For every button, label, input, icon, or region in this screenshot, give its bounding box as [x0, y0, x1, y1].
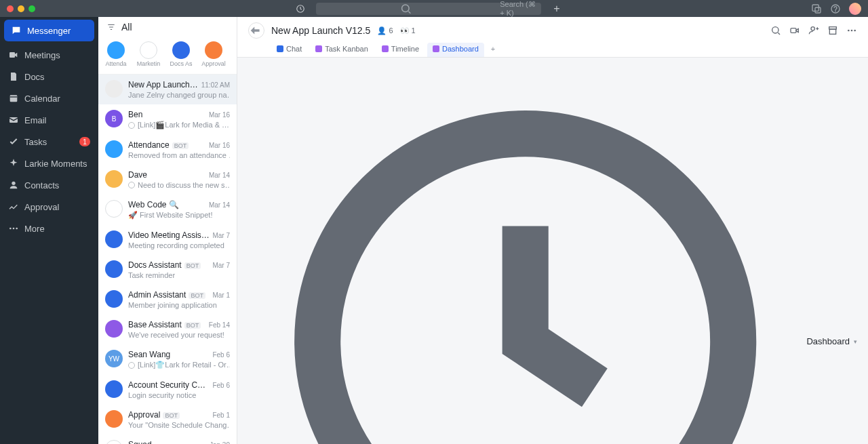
activity-count[interactable]: 👀 1: [400, 26, 416, 35]
content-tabs: ChatTask KanbanTimelineDashboard+: [248, 43, 857, 57]
more-icon[interactable]: [846, 25, 857, 36]
chat-item[interactable]: B BenMar 16 [Link]🎬Lark for Media & …: [98, 104, 237, 135]
pinned-item[interactable]: Approval: [201, 41, 226, 67]
add-icon[interactable]: +: [552, 4, 561, 14]
chat-item[interactable]: Docs AssistantBOTMar 7 Task reminder: [98, 255, 237, 285]
primary-nav: Messenger Meetings Docs Calendar Email T…: [0, 17, 98, 444]
nav-meetings[interactable]: Meetings: [0, 44, 98, 66]
nav-more[interactable]: More: [0, 218, 98, 239]
tab-timeline[interactable]: Timeline: [376, 43, 425, 57]
close-dot[interactable]: [7, 5, 14, 12]
translate-icon[interactable]: [811, 3, 822, 14]
svg-point-19: [851, 30, 853, 32]
more-icon: [8, 223, 19, 234]
chat-item[interactable]: YW Sean WangFeb 6 [Link]👕Lark for Retail…: [98, 344, 237, 375]
chevron-down-icon: ▾: [854, 338, 857, 345]
svg-rect-6: [9, 52, 15, 58]
video-icon[interactable]: [789, 25, 800, 36]
pinned-item[interactable]: Attenda: [104, 41, 128, 67]
tab-task-kanban[interactable]: Task Kanban: [310, 43, 374, 57]
maximize-dot[interactable]: [28, 5, 35, 12]
svg-rect-3: [815, 7, 821, 13]
chat-icon: [11, 25, 22, 36]
archive-icon[interactable]: [827, 25, 838, 36]
avatar[interactable]: [849, 3, 861, 15]
pinned-item[interactable]: Docs As: [169, 41, 193, 67]
chat-item[interactable]: Video Meeting Assis…BOTMar 7 Meeting rec…: [98, 225, 237, 255]
chat-items: New App Launch V12.511:02 AM Jane Zelny …: [98, 75, 237, 444]
chat-filter-header[interactable]: All: [98, 17, 237, 37]
calendar-icon: [8, 93, 19, 104]
mail-icon: [8, 115, 19, 125]
tab-chat[interactable]: Chat: [271, 43, 307, 57]
search-input[interactable]: Search (⌘ + K): [316, 3, 541, 15]
dashboard-selector[interactable]: Dashboard: [806, 336, 850, 346]
chat-item[interactable]: Base AssistantBOTFeb 14 We've received y…: [98, 315, 237, 344]
nav-contacts[interactable]: Contacts: [0, 174, 98, 196]
chat-item[interactable]: Admin AssistantBOTMar 1 Member joining a…: [98, 285, 237, 315]
group-avatar[interactable]: [248, 22, 264, 39]
nav-calendar[interactable]: Calendar: [0, 87, 98, 109]
video-icon: [8, 49, 19, 60]
badge: 1: [79, 137, 90, 146]
nav-messenger[interactable]: Messenger: [4, 20, 94, 41]
svg-point-5: [835, 11, 836, 12]
pinned-chats: AttendaMarketinDocs AsApproval: [98, 37, 237, 75]
nav-email[interactable]: Email: [0, 109, 98, 131]
sparkle-icon: [8, 158, 19, 169]
nav-moments[interactable]: Larkie Moments: [0, 153, 98, 174]
svg-rect-7: [10, 95, 18, 102]
svg-point-12: [16, 228, 18, 230]
svg-point-11: [13, 228, 15, 230]
add-tab[interactable]: +: [487, 43, 499, 57]
chat-item[interactable]: New App Launch V12.511:02 AM Jane Zelny …: [98, 75, 237, 104]
svg-rect-14: [791, 28, 796, 33]
title-bar: Search (⌘ + K) +: [0, 0, 868, 17]
add-person-icon[interactable]: [808, 25, 819, 36]
svg-point-10: [9, 228, 12, 230]
nav-tasks[interactable]: Tasks1: [0, 131, 98, 153]
svg-point-20: [854, 30, 856, 32]
search-icon[interactable]: [770, 25, 781, 36]
chat-item[interactable]: Web Code 🔍Mar 14 🚀 First Website Snippet…: [98, 195, 237, 225]
trend-icon: [8, 201, 19, 212]
minimize-dot[interactable]: [18, 5, 24, 12]
main-content: New App Launch V12.5 👤 6 👀 1 ChatTask Ka…: [237, 17, 868, 444]
help-icon[interactable]: [830, 3, 841, 14]
chat-item[interactable]: DaveMar 14 Need to discuss the new s…: [98, 165, 237, 195]
history-icon[interactable]: [296, 4, 305, 14]
tab-dashboard[interactable]: Dashboard: [427, 43, 484, 57]
window-controls[interactable]: [7, 5, 35, 12]
chat-item[interactable]: SquadJan 30 Sean Wang: [Link]👥Lark for …: [98, 435, 237, 444]
chat-item[interactable]: AttendanceBOTMar 16 Removed from an atte…: [98, 135, 237, 165]
svg-point-1: [402, 5, 410, 12]
docs-icon: [8, 71, 19, 82]
user-icon: [8, 180, 19, 190]
chat-item[interactable]: Account Security Ce…BOTFeb 6 Login secur…: [98, 375, 237, 405]
svg-rect-17: [829, 29, 835, 34]
check-icon: [8, 136, 19, 147]
page-title: New App Launch V12.5: [271, 25, 370, 36]
svg-point-9: [12, 182, 15, 185]
svg-point-15: [811, 27, 814, 31]
member-count[interactable]: 👤 6: [377, 26, 393, 35]
filter-icon: [106, 22, 116, 32]
chat-item[interactable]: ApprovalBOTFeb 1 Your "Onsite Schedule C…: [98, 405, 237, 435]
nav-approval[interactable]: Approval: [0, 196, 98, 218]
pinned-item[interactable]: Marketin: [136, 41, 161, 67]
svg-point-18: [848, 30, 850, 32]
nav-docs[interactable]: Docs: [0, 66, 98, 87]
svg-point-13: [772, 27, 778, 33]
chat-list: All AttendaMarketinDocs AsApproval New A…: [98, 17, 237, 444]
